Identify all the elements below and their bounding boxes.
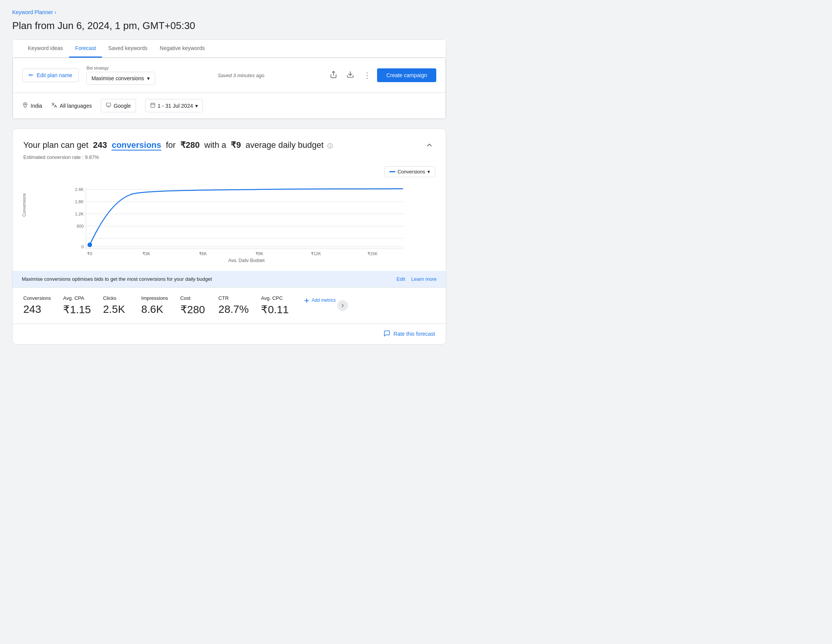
collapse-button[interactable] — [424, 139, 435, 153]
language-value: All languages — [60, 103, 92, 109]
svg-text:1.2K: 1.2K — [75, 212, 84, 216]
metric-impressions-label: Impressions — [141, 295, 168, 301]
svg-point-2 — [24, 104, 26, 105]
pencil-icon: ✏ — [29, 72, 34, 79]
toolbar: ✏ Edit plan name Bid strategy Maximise c… — [13, 58, 446, 93]
breadcrumb-link[interactable]: Keyword Planner › — [12, 9, 56, 15]
next-metrics-button[interactable] — [337, 300, 348, 311]
svg-rect-4 — [151, 103, 155, 107]
chat-icon — [384, 330, 390, 338]
toolbar-actions: ⋮ Create campaign — [327, 68, 436, 82]
upload-icon — [330, 71, 337, 80]
svg-text:2.4K: 2.4K — [75, 187, 84, 192]
svg-text:₹12K: ₹12K — [311, 251, 321, 256]
more-options-button[interactable]: ⋮ — [360, 68, 374, 82]
tab-negative-keywords[interactable]: Negative keywords — [154, 40, 211, 58]
rate-forecast-label: Rate this forecast — [393, 331, 435, 337]
metric-clicks-value: 2.5K — [103, 303, 129, 316]
edit-link[interactable]: Edit — [397, 276, 405, 282]
tab-saved-keywords[interactable]: Saved keywords — [102, 40, 154, 58]
metric-conversions-value: 243 — [23, 303, 51, 316]
forecast-chart: 2.4K 1.8K 1.2K 600 0 ₹0 ₹3K ₹6K ₹9K ₹12K… — [42, 182, 435, 262]
metric-conversions-label: Conversions — [23, 295, 51, 301]
info-banner-text: Maximise conversions optimises bids to g… — [22, 276, 212, 282]
more-vert-icon: ⋮ — [363, 71, 371, 80]
network-select[interactable]: Google — [101, 99, 136, 112]
plus-icon: + — [304, 295, 309, 306]
metric-avg-cpa: Avg. CPA ₹1.15 — [63, 295, 103, 316]
forecast-header: Your plan can get 243 conversions for ₹2… — [13, 129, 446, 166]
bid-strategy-select[interactable]: Maximise conversions ▾ — [86, 72, 155, 85]
headline-suffix: average daily budget — [246, 140, 324, 150]
metrics-row: Conversions 243 Avg. CPA ₹1.15 Clicks 2.… — [13, 287, 446, 324]
svg-point-19 — [87, 243, 92, 247]
headline-for: for — [166, 140, 176, 150]
headline-prefix: Your plan can get — [23, 140, 88, 150]
calendar-icon — [150, 102, 155, 109]
edit-plan-label: Edit plan name — [37, 72, 72, 78]
metric-avg-cpa-value: ₹1.15 — [63, 303, 91, 316]
info-banner-links: Edit Learn more — [397, 276, 437, 282]
breadcrumb-label: Keyword Planner — [12, 9, 53, 15]
chart-area: Conversions ▾ Conversions 2.4K — [13, 166, 446, 271]
conversion-rate: Estimated conversion rate : 9.87% — [23, 154, 333, 160]
forecast-card: Your plan can get 243 conversions for ₹2… — [12, 128, 446, 345]
edit-plan-button[interactable]: ✏ Edit plan name — [22, 68, 79, 82]
monitor-icon — [106, 102, 111, 109]
svg-text:₹15K: ₹15K — [367, 251, 378, 256]
translate-icon — [51, 102, 57, 110]
legend-label: Conversions — [398, 169, 425, 175]
date-range-value: 1 - 31 Jul 2024 — [158, 103, 193, 109]
legend-conversions[interactable]: Conversions ▾ — [384, 166, 435, 177]
rate-forecast-button[interactable]: Rate this forecast — [384, 330, 435, 338]
legend-chevron: ▾ — [427, 169, 430, 175]
headline-with: with a — [204, 140, 226, 150]
add-metrics-button[interactable]: + Add metrics — [301, 295, 336, 306]
rate-footer: Rate this forecast — [13, 324, 446, 344]
upload-button[interactable] — [327, 68, 340, 82]
create-campaign-button[interactable]: Create campaign — [377, 68, 436, 82]
metric-cost: Cost ₹280 — [180, 295, 219, 316]
info-banner: Maximise conversions optimises bids to g… — [13, 271, 446, 287]
metric-ctr-value: 28.7% — [219, 303, 249, 316]
metric-ctr: CTR 28.7% — [219, 295, 261, 316]
info-icon: ⓘ — [327, 143, 333, 149]
svg-text:₹6K: ₹6K — [199, 251, 207, 256]
date-range-select[interactable]: 1 - 31 Jul 2024 ▾ — [145, 99, 203, 112]
metric-conversions: Conversions 243 — [23, 295, 63, 316]
settings-row: India All languages Google 1 - 31 Jul 20… — [13, 93, 446, 119]
metric-avg-cpc: Avg. CPC ₹0.11 — [261, 295, 301, 316]
metric-clicks-label: Clicks — [103, 295, 129, 301]
chevron-down-icon: ▾ — [147, 75, 150, 81]
forecast-headline: Your plan can get 243 conversions for ₹2… — [23, 139, 333, 151]
location-pin-icon — [22, 102, 28, 110]
learn-more-link[interactable]: Learn more — [411, 276, 437, 282]
bid-strategy-label: Bid strategy — [86, 66, 155, 70]
svg-text:₹9K: ₹9K — [256, 251, 264, 256]
network-value: Google — [113, 103, 131, 109]
daily-budget-value: ₹9 — [231, 140, 241, 150]
tab-forecast[interactable]: Forecast — [69, 40, 102, 58]
cost-value: ₹280 — [180, 140, 200, 150]
svg-text:600: 600 — [77, 224, 84, 228]
tab-keyword-ideas[interactable]: Keyword ideas — [22, 40, 69, 58]
metric-impressions-value: 8.6K — [141, 303, 168, 316]
add-metrics-label: Add metrics — [312, 298, 336, 304]
bid-strategy-group: Bid strategy Maximise conversions ▾ — [86, 66, 155, 85]
location-value: India — [31, 103, 42, 109]
tabs-row: Keyword ideas Forecast Saved keywords Ne… — [13, 40, 446, 58]
metric-cost-label: Cost — [180, 295, 206, 301]
headline-conversions: conversions — [112, 140, 161, 150]
metric-clicks: Clicks 2.5K — [103, 295, 141, 316]
svg-text:1.8K: 1.8K — [75, 199, 84, 204]
legend-dot — [389, 171, 395, 172]
breadcrumb-chevron: › — [55, 9, 57, 15]
metric-avg-cpc-label: Avg. CPC — [261, 295, 289, 301]
date-chevron-icon: ▾ — [195, 103, 198, 109]
metric-avg-cpc-value: ₹0.11 — [261, 303, 289, 316]
download-icon — [346, 71, 354, 80]
download-button[interactable] — [343, 68, 357, 82]
conversions-count: 243 — [93, 140, 107, 150]
svg-text:₹3K: ₹3K — [142, 251, 151, 256]
saved-status: Saved 3 minutes ago — [163, 73, 319, 78]
